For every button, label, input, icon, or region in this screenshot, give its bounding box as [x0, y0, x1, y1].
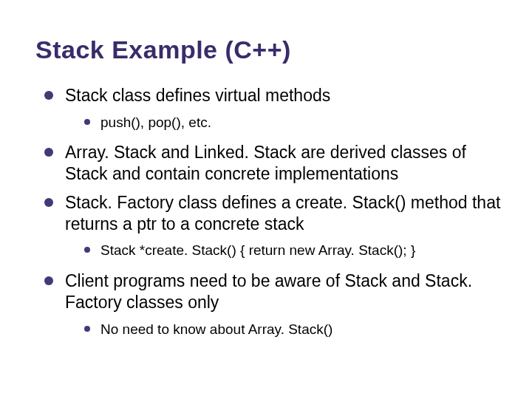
sub-list: Stack *create. Stack() { return new Arra…: [65, 242, 502, 260]
list-item: Array. Stack and Linked. Stack are deriv…: [44, 142, 502, 185]
sub-list: push(), pop(), etc.: [65, 114, 502, 132]
sub-list: No need to know about Array. Stack(): [65, 321, 502, 339]
list-item-text: Array. Stack and Linked. Stack are deriv…: [65, 143, 466, 183]
list-item-text: Stack. Factory class defines a create. S…: [65, 193, 500, 233]
slide-title: Stack Example (C++): [35, 35, 502, 64]
list-item: Stack class defines virtual methods push…: [44, 85, 502, 132]
list-item: push(), pop(), etc.: [84, 114, 502, 132]
list-item-text: Stack *create. Stack() { return new Arra…: [100, 242, 415, 258]
bullet-list: Stack class defines virtual methods push…: [35, 85, 502, 338]
list-item-text: Stack class defines virtual methods: [65, 86, 330, 105]
list-item: No need to know about Array. Stack(): [84, 321, 502, 339]
list-item: Stack. Factory class defines a create. S…: [44, 192, 502, 260]
list-item: Client programs need to be aware of Stac…: [44, 270, 502, 338]
list-item-text: push(), pop(), etc.: [100, 115, 211, 130]
list-item-text: Client programs need to be aware of Stac…: [65, 271, 472, 312]
list-item: Stack *create. Stack() { return new Arra…: [84, 242, 502, 260]
list-item-text: No need to know about Array. Stack(): [100, 321, 332, 337]
